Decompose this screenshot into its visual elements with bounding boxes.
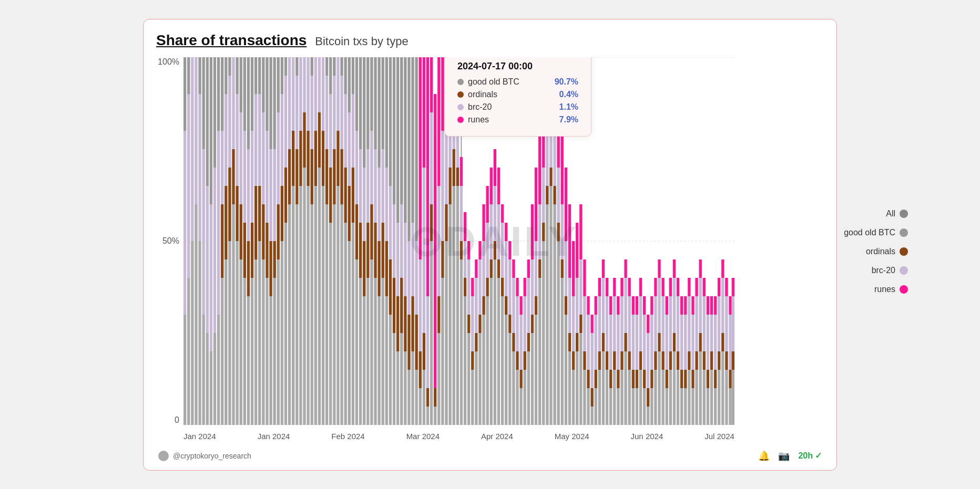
legend-item-ordinals[interactable]: ordinals — [829, 247, 908, 256]
bell-icon[interactable]: 🔔 — [758, 450, 770, 462]
svg-rect-532 — [695, 278, 698, 296]
svg-rect-202 — [389, 259, 392, 315]
svg-rect-493 — [661, 370, 664, 425]
legend-item-brc20[interactable]: brc-20 — [829, 266, 908, 275]
svg-rect-345 — [524, 370, 526, 425]
x-label-jan1: Jan 2024 — [183, 432, 216, 441]
svg-rect-58 — [247, 296, 250, 425]
svg-rect-109 — [295, 149, 298, 204]
svg-rect-192 — [377, 57, 380, 168]
svg-rect-475 — [643, 315, 646, 370]
svg-rect-235 — [419, 259, 422, 351]
svg-rect-26 — [213, 168, 216, 333]
legend-item-runes[interactable]: runes — [829, 285, 908, 294]
svg-rect-509 — [677, 370, 679, 425]
svg-rect-7 — [187, 94, 190, 278]
svg-rect-87 — [273, 241, 276, 278]
tooltip-value-btc: 90.7% — [555, 77, 578, 87]
svg-rect-249 — [434, 407, 436, 425]
tooltip: 2024-07-17 00:00 good old BTC 90.7% ordi… — [444, 57, 591, 137]
svg-rect-120 — [307, 57, 309, 131]
svg-rect-361 — [538, 278, 541, 425]
svg-rect-4 — [183, 131, 186, 315]
svg-rect-302 — [482, 296, 485, 315]
svg-rect-173 — [363, 296, 365, 425]
svg-rect-138 — [329, 223, 332, 425]
svg-rect-15 — [198, 57, 201, 94]
svg-rect-38 — [224, 57, 227, 94]
svg-rect-123 — [311, 76, 313, 149]
svg-rect-563 — [725, 296, 728, 351]
svg-rect-50 — [240, 259, 242, 425]
legend: All good old BTC ordinals brc-20 runes — [829, 209, 908, 294]
svg-rect-70 — [258, 241, 261, 425]
svg-rect-274 — [456, 168, 459, 186]
svg-rect-219 — [404, 223, 406, 296]
svg-rect-294 — [475, 333, 477, 351]
svg-rect-140 — [329, 94, 332, 168]
svg-rect-264 — [448, 204, 451, 425]
svg-rect-442 — [613, 351, 616, 370]
legend-item-all[interactable]: All — [829, 209, 908, 219]
svg-rect-411 — [583, 296, 586, 351]
svg-rect-515 — [680, 315, 683, 370]
svg-rect-316 — [494, 149, 496, 186]
x-axis: Jan 2024 Jan 2024 Feb 2024 Mar 2024 Apr … — [183, 427, 734, 446]
svg-rect-288 — [467, 241, 470, 259]
svg-rect-221 — [407, 370, 410, 425]
svg-rect-362 — [538, 259, 541, 278]
svg-rect-46 — [236, 241, 238, 425]
svg-rect-300 — [478, 241, 481, 259]
svg-rect-439 — [609, 315, 612, 370]
svg-rect-296 — [475, 259, 477, 278]
svg-rect-310 — [490, 259, 493, 278]
svg-rect-52 — [240, 112, 242, 204]
svg-rect-22 — [210, 351, 212, 425]
legend-dot-btc — [900, 228, 908, 237]
svg-rect-546 — [710, 351, 713, 370]
svg-rect-156 — [344, 57, 347, 94]
svg-rect-312 — [490, 168, 493, 204]
svg-rect-468 — [636, 296, 638, 315]
svg-rect-160 — [348, 57, 351, 112]
legend-dot-all — [900, 210, 908, 218]
svg-rect-437 — [609, 388, 612, 425]
legend-item-btc[interactable]: good old BTC — [829, 228, 908, 237]
svg-rect-172 — [359, 57, 362, 149]
svg-rect-512 — [677, 278, 679, 296]
svg-rect-250 — [434, 388, 436, 407]
svg-rect-548 — [710, 296, 713, 315]
svg-rect-116 — [303, 112, 305, 168]
svg-rect-95 — [281, 186, 283, 241]
svg-rect-150 — [340, 149, 343, 204]
svg-rect-217 — [404, 351, 406, 425]
y-label-100: 100% — [158, 57, 179, 67]
svg-rect-10 — [191, 57, 193, 241]
svg-rect-443 — [613, 296, 616, 351]
tooltip-label-runes: runes — [468, 115, 489, 124]
svg-rect-542 — [707, 370, 709, 388]
svg-rect-401 — [576, 351, 578, 425]
svg-rect-216 — [400, 57, 403, 204]
svg-rect-476 — [643, 296, 646, 315]
legend-dot-runes — [900, 285, 908, 294]
chart-wrapper: 100% 50% 0 ⊙DAILY — [156, 57, 734, 446]
svg-rect-39 — [228, 241, 231, 425]
svg-rect-462 — [632, 370, 635, 388]
svg-rect-322 — [501, 278, 504, 296]
svg-rect-481 — [650, 388, 653, 425]
svg-rect-392 — [565, 168, 567, 241]
chart-body: 100% 50% 0 ⊙DAILY — [156, 57, 824, 446]
svg-rect-454 — [624, 333, 627, 351]
svg-rect-554 — [718, 351, 720, 370]
footer-time: 20h ✓ — [798, 451, 822, 461]
svg-rect-168 — [355, 57, 358, 131]
svg-rect-352 — [527, 259, 530, 278]
svg-rect-570 — [732, 351, 734, 370]
svg-rect-406 — [579, 315, 582, 333]
svg-rect-314 — [494, 241, 496, 259]
camera-icon[interactable]: 📷 — [778, 450, 790, 462]
svg-rect-491 — [658, 278, 660, 333]
svg-rect-344 — [519, 296, 522, 315]
svg-rect-458 — [628, 351, 631, 370]
